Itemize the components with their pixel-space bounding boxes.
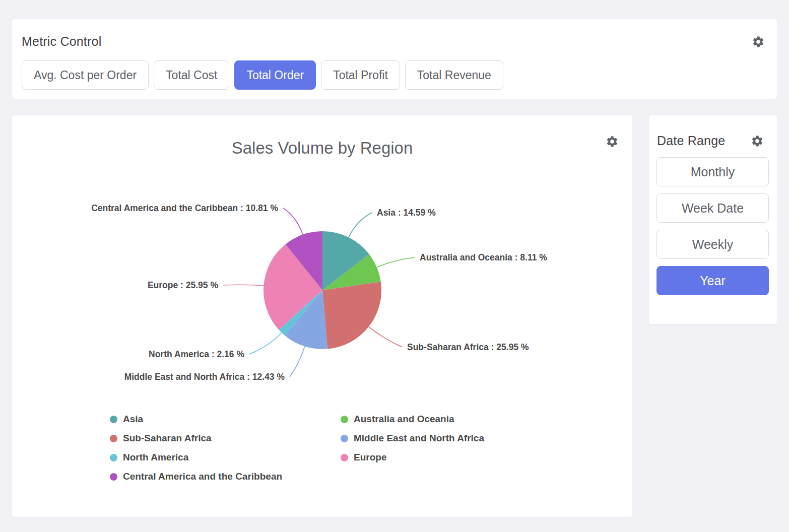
chart-legend: AsiaAustralia and OceaniaSub-Saharan Afr…	[110, 410, 484, 486]
pie-label-line-europe	[223, 285, 264, 286]
legend-item-sub-saharan-africa[interactable]: Sub-Saharan Africa	[110, 433, 341, 444]
legend-label: Middle East and North Africa	[354, 433, 484, 444]
legend-dot-icon	[110, 416, 117, 423]
legend-label: Australia and Oceania	[354, 414, 454, 425]
metric-button-total-cost[interactable]: Total Cost	[154, 60, 229, 90]
legend-dot-icon	[110, 454, 117, 461]
legend-dot-icon	[341, 435, 348, 442]
pie-label-line-australia-and-oceania	[377, 257, 415, 268]
legend-dot-icon	[341, 454, 348, 461]
metric-button-group: Avg. Cost per OrderTotal CostTotal Order…	[22, 60, 503, 90]
legend-label: Central America and the Caribbean	[123, 471, 282, 482]
legend-item-central-america-and-the-caribbean[interactable]: Central America and the Caribbean	[110, 471, 341, 482]
metric-button-total-order[interactable]: Total Order	[234, 60, 316, 90]
pie-label-line-sub-saharan-africa	[369, 327, 402, 347]
date-range-gear-icon[interactable]	[751, 135, 764, 148]
pie-label-middle-east-and-north-africa: Middle East and North Africa : 12.43 %	[124, 372, 285, 382]
legend-dot-icon	[341, 416, 348, 423]
metric-button-avg-cost-per-order[interactable]: Avg. Cost per Order	[22, 60, 149, 90]
metric-button-total-profit[interactable]: Total Profit	[321, 60, 400, 90]
legend-dot-icon	[110, 435, 117, 442]
date-range-button-year[interactable]: Year	[656, 266, 769, 295]
date-range-panel: Date Range MonthlyWeek DateWeeklyYear	[649, 115, 777, 324]
date-range-button-group: MonthlyWeek DateWeeklyYear	[656, 157, 769, 295]
pie-chart: Asia : 14.59 %Australia and Oceania : 8.…	[12, 115, 632, 397]
legend-item-north-america[interactable]: North America	[110, 452, 341, 463]
legend-dot-icon	[110, 473, 117, 481]
pie-slices	[264, 231, 381, 349]
date-range-button-weekly[interactable]: Weekly	[656, 230, 769, 259]
pie-label-sub-saharan-africa: Sub-Saharan Africa : 25.95 %	[407, 342, 529, 352]
pie-label-central-america-and-the-caribbean: Central America and the Caribbean : 10.8…	[91, 203, 278, 213]
pie-label-line-central-america-and-the-caribbean	[283, 208, 303, 235]
date-range-header: Date Range	[657, 134, 764, 148]
chart-panel: Sales Volume by Region Asia : 14.59 %Aus…	[12, 115, 632, 517]
date-range-title: Date Range	[657, 134, 725, 148]
pie-slice-sub-saharan-africa[interactable]	[322, 282, 381, 349]
legend-label: North America	[123, 452, 188, 463]
pie-label-line-north-america	[249, 333, 282, 355]
legend-label: Europe	[354, 452, 386, 463]
metric-control-panel: Metric Control Avg. Cost per OrderTotal …	[12, 19, 777, 99]
legend-item-middle-east-and-north-africa[interactable]: Middle East and North Africa	[341, 433, 484, 444]
pie-label-europe: Europe : 25.95 %	[148, 280, 218, 290]
date-range-button-monthly[interactable]: Monthly	[656, 157, 769, 186]
pie-label-north-america: North America : 2.16 %	[149, 349, 244, 359]
legend-label: Asia	[123, 414, 143, 425]
legend-item-europe[interactable]: Europe	[341, 452, 484, 463]
pie-label-line-middle-east-and-north-africa	[290, 347, 305, 377]
legend-item-asia[interactable]: Asia	[110, 414, 341, 425]
date-range-button-week-date[interactable]: Week Date	[656, 193, 769, 223]
metric-control-header: Metric Control	[22, 34, 765, 49]
metric-control-title: Metric Control	[22, 34, 101, 49]
metric-control-gear-icon[interactable]	[752, 35, 765, 48]
pie-label-line-asia	[349, 213, 372, 237]
pie-label-australia-and-oceania: Australia and Oceania : 8.11 %	[420, 252, 547, 262]
legend-label: Sub-Saharan Africa	[123, 433, 212, 444]
metric-button-total-revenue[interactable]: Total Revenue	[405, 60, 503, 90]
pie-label-asia: Asia : 14.59 %	[377, 208, 436, 218]
legend-item-australia-and-oceania[interactable]: Australia and Oceania	[341, 414, 484, 425]
